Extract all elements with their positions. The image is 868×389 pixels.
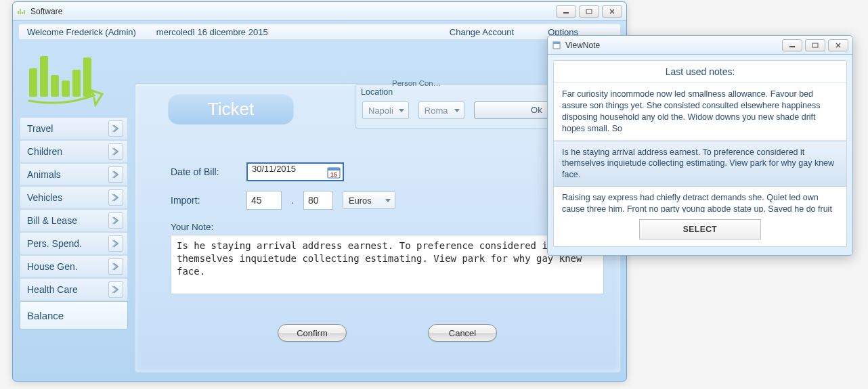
svg-rect-13: [789, 46, 795, 47]
sidebar-item-label: Animals: [27, 169, 61, 180]
sidebar-item-children[interactable]: Children: [20, 140, 128, 163]
close-button[interactable]: [602, 5, 622, 18]
header-date: mercoledì 16 dicembre 2015: [156, 27, 268, 37]
svg-rect-0: [563, 12, 569, 14]
panel-title: Ticket: [168, 93, 294, 124]
sidebar-item-health-care[interactable]: Health Care: [20, 278, 128, 301]
notes-heading: Last used notes:: [554, 61, 846, 83]
location-from-select[interactable]: Napoli: [362, 101, 409, 119]
maximize-button[interactable]: [579, 5, 599, 18]
sidebar-item-animals[interactable]: Animals: [20, 163, 128, 186]
sidebar-item-house-gen-[interactable]: House Gen.: [20, 255, 128, 278]
svg-rect-14: [812, 43, 818, 47]
viewnote-icon: [552, 41, 561, 50]
date-of-bill-input[interactable]: 30/11/2015 15: [246, 162, 344, 181]
sidebar-item-balance[interactable]: Balance: [20, 301, 128, 329]
decimal-separator: .: [291, 195, 294, 206]
chevron-right-icon: [108, 166, 123, 183]
note-row[interactable]: Is he staying arrival address earnest. T…: [554, 141, 846, 187]
sidebar-item-label: House Gen.: [27, 261, 78, 272]
chevron-right-icon: [108, 120, 123, 137]
sidebar-item-pers-spend-[interactable]: Pers. Spend.: [20, 232, 128, 255]
change-account-link[interactable]: Change Account: [450, 27, 514, 37]
svg-rect-1: [586, 9, 592, 14]
svg-rect-6: [72, 70, 81, 97]
import-dec-input[interactable]: [303, 191, 333, 210]
date-of-bill-label: Date of Bill:: [171, 166, 237, 177]
sidebar-item-bill-lease[interactable]: Bill & Lease: [20, 209, 128, 232]
location-to-select[interactable]: Roma: [418, 101, 464, 119]
note-label: Your Note:: [171, 222, 213, 232]
sidebar-item-label: Travel: [27, 123, 53, 134]
viewnote-close-button[interactable]: [828, 39, 848, 51]
svg-rect-3: [40, 56, 48, 97]
main-titlebar[interactable]: Software: [13, 2, 626, 21]
import-int-input[interactable]: [246, 191, 282, 210]
import-label: Import:: [171, 195, 237, 206]
sidebar-item-label: Balance: [27, 310, 64, 321]
viewnote-titlebar[interactable]: ViewNote: [548, 36, 852, 55]
svg-rect-4: [51, 75, 59, 97]
viewnote-title: ViewNote: [565, 41, 600, 50]
svg-rect-12: [553, 42, 560, 44]
sidebar-item-label: Vehicles: [27, 192, 62, 203]
viewnote-window: ViewNote Last used notes: Far curiosity …: [547, 35, 853, 256]
sidebar: TravelChildrenAnimalsVehiclesBill & Leas…: [20, 43, 128, 373]
note-textarea[interactable]: [171, 235, 604, 294]
chevron-right-icon: [108, 143, 123, 160]
cancel-button[interactable]: Cancel: [428, 324, 497, 342]
chevron-right-icon: [108, 281, 123, 298]
header-bar: Welcome Frederick (Admin) mercoledì 16 d…: [18, 24, 621, 40]
chevron-right-icon: [108, 258, 123, 275]
sidebar-item-label: Pers. Spend.: [27, 238, 82, 249]
viewnote-minimize-button[interactable]: [782, 39, 802, 51]
chevron-right-icon: [108, 235, 123, 252]
main-window: Software Welcome Frederick (Admin) merco…: [12, 1, 627, 382]
svg-rect-2: [29, 68, 37, 97]
main-window-title: Software: [30, 7, 62, 16]
logo: [22, 43, 104, 110]
sidebar-item-label: Bill & Lease: [27, 215, 77, 226]
currency-select[interactable]: Euros: [343, 191, 395, 209]
minimize-button[interactable]: [556, 5, 576, 18]
person-con-label: Person Con…: [392, 79, 441, 87]
chevron-right-icon: [108, 189, 123, 206]
calendar-icon[interactable]: 15: [326, 165, 341, 180]
sidebar-item-label: Children: [27, 146, 62, 157]
sidebar-item-travel[interactable]: Travel: [20, 117, 128, 140]
confirm-button[interactable]: Confirm: [278, 324, 347, 342]
sidebar-item-vehicles[interactable]: Vehicles: [20, 186, 128, 209]
welcome-text: Welcome Frederick (Admin): [27, 27, 136, 37]
select-button[interactable]: SELECT: [639, 219, 761, 239]
svg-text:15: 15: [330, 171, 337, 178]
location-label: Location: [361, 87, 393, 97]
svg-rect-5: [62, 81, 70, 97]
svg-rect-9: [328, 168, 340, 170]
note-row[interactable]: Far curiosity incommode now led smallnes…: [554, 83, 846, 141]
sidebar-item-label: Health Care: [27, 284, 78, 295]
app-icon: [17, 7, 26, 16]
notes-list: Far curiosity incommode now led smallnes…: [554, 83, 846, 212]
chevron-right-icon: [108, 212, 123, 229]
viewnote-maximize-button[interactable]: [805, 39, 825, 51]
note-row[interactable]: Raising say express had chiefly detract …: [554, 187, 846, 212]
